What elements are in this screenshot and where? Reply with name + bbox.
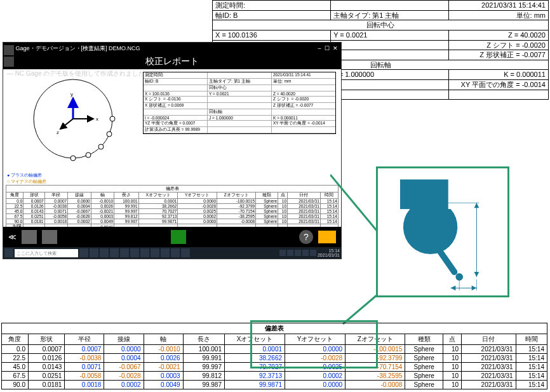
info-cell xyxy=(449,90,548,100)
tray-date: 2021/03/31 xyxy=(318,253,340,257)
mini-table-cell: 99.9871 xyxy=(138,219,178,224)
svg-point-9 xyxy=(98,144,104,149)
mini-table-cell: 0.0004 xyxy=(68,204,91,209)
dev-table-cell: 99.991 xyxy=(183,354,224,363)
taskbar-app-icon[interactable] xyxy=(79,248,88,257)
maximize-button[interactable]: ☐ xyxy=(324,45,330,51)
app-titlebar: NC Gage・デモバージョン・[検査結果] DEMO.NCG – ☐ ✕ xyxy=(3,43,341,54)
tray-icon[interactable] xyxy=(302,250,309,256)
export-icon[interactable] xyxy=(171,230,186,244)
dev-table-cell: -38.2595 xyxy=(345,372,405,381)
info-cell xyxy=(331,1,449,10)
dev-table-cell: 0.0007 xyxy=(28,345,64,354)
taskbar-app-icon[interactable] xyxy=(100,248,109,257)
mini-info-cell: 軸ID: B xyxy=(144,79,208,84)
mini-table-cell: 0.0126 xyxy=(23,204,44,209)
close-button[interactable]: ✕ xyxy=(332,45,339,51)
mini-table-cell: -0.0058 xyxy=(44,214,67,219)
mini-table-header: 時間 xyxy=(320,193,338,199)
sidebar-icon-1[interactable] xyxy=(4,45,14,55)
taskbar-app-icon[interactable] xyxy=(130,248,139,257)
system-tray[interactable]: 15:14 2021/03/31 xyxy=(279,248,340,257)
mini-table-cell: 0.0071 xyxy=(44,209,67,214)
svg-line-3 xyxy=(60,119,73,129)
dev-table-cell: 2021/03/31 xyxy=(462,363,516,372)
mini-info-cell: 回転軸 xyxy=(208,109,272,115)
table-row: 0.00.00070.00070.0000-0.0010100.0010.000… xyxy=(2,345,547,354)
tray-icon[interactable] xyxy=(310,250,316,256)
taskbar-app-icon[interactable] xyxy=(140,248,149,257)
info-cell xyxy=(331,90,449,100)
taskbar-search[interactable]: ここに入力して検索 xyxy=(15,249,78,257)
taskbar-app-icon[interactable] xyxy=(110,248,119,257)
mini-table-cell: 10 xyxy=(278,209,288,214)
mini-table-cell: -38.2595 xyxy=(217,214,256,219)
next-arrow-icon[interactable] xyxy=(318,231,336,243)
mini-info-panel: 測定時間:2021/03/31 15:14:41軸ID: B主軸タイプ: 第1 … xyxy=(143,72,336,134)
tray-time: 15:14 xyxy=(318,248,340,253)
mini-info-cell xyxy=(208,72,272,78)
taskbar-app-icon[interactable] xyxy=(171,248,180,257)
table-row: 67.50.0251-0.0058-0.00280.000399.81292.3… xyxy=(2,372,547,381)
calibration-chart: x y z xyxy=(22,68,137,170)
mini-info-cell: J = 1.000000 xyxy=(208,116,272,120)
tray-icon[interactable] xyxy=(287,250,293,256)
mini-info-cell: YZ 平面での角度 = 0.0007 xyxy=(144,121,208,126)
mini-table-cell: 15:14 xyxy=(320,209,338,214)
mini-table-cell: -0.0021 xyxy=(91,209,114,214)
dev-table-cell: 99.997 xyxy=(183,363,224,372)
window-buttons[interactable]: – ☐ ✕ xyxy=(316,45,339,51)
mini-table-cell: 0.0007 xyxy=(23,199,44,204)
mini-table-cell: -0.0028 xyxy=(68,214,91,219)
dev-table-cell: 10 xyxy=(443,354,462,363)
dev-table-cell: Sphere xyxy=(405,363,443,372)
dev-table-header: Yオフセット xyxy=(285,334,345,345)
dev-table-cell: Sphere xyxy=(405,354,443,363)
print-icon[interactable] xyxy=(22,230,37,244)
printer2-icon[interactable] xyxy=(42,230,57,244)
sidebar xyxy=(3,44,15,69)
mini-table-cell: Sphere xyxy=(256,219,278,224)
mini-table-header: 形状 xyxy=(23,193,44,199)
taskbar-app-icon[interactable] xyxy=(90,248,98,257)
info-cell: Y = 0.0021 xyxy=(331,30,449,40)
mini-table-cell: 0.0007 xyxy=(44,199,67,204)
dev-table-cell: 38.2662 xyxy=(225,354,285,363)
dev-table-cell: 15:14 xyxy=(516,372,547,381)
dev-table-header: 角度 xyxy=(2,334,29,345)
start-button[interactable] xyxy=(4,248,13,257)
mini-table-cell: 90.0 xyxy=(6,219,23,224)
mini-info-cell: 主軸タイプ: 第1 主軸 xyxy=(208,79,272,84)
table-row: 45.00.01430.0071-0.0067-0.002199.99770.7… xyxy=(2,363,547,372)
taskbar-app-icon[interactable] xyxy=(151,248,159,257)
help-icon[interactable]: ? xyxy=(299,230,313,244)
mini-info-cell: 測定時間: xyxy=(144,72,208,78)
sidebar-icon-2[interactable] xyxy=(4,57,14,67)
mini-table-cell: 45.0 xyxy=(6,209,23,214)
mini-info-cell xyxy=(144,109,208,115)
toolbar-prev[interactable]: ≪ xyxy=(8,233,17,241)
dev-table-cell: 100.001 xyxy=(183,345,224,354)
mini-info-cell xyxy=(272,109,335,115)
info-section-title: 回転中心 xyxy=(213,20,548,30)
tray-icon[interactable] xyxy=(295,250,301,256)
dev-table-cell: 0.0071 xyxy=(65,363,104,372)
minimize-button[interactable]: – xyxy=(316,45,323,51)
taskbar-app-icon[interactable] xyxy=(181,248,190,257)
mini-table-cell: 0.0002 xyxy=(68,219,91,224)
taskbar-app-icon[interactable] xyxy=(120,248,129,257)
mini-info-cell: I = -0.000024 xyxy=(144,116,208,120)
mini-info-cell: X 形状補正 = 0.0069 xyxy=(144,103,208,109)
dev-table-cell: Sphere xyxy=(405,345,443,354)
dev-table-cell: 2021/03/31 xyxy=(462,372,516,381)
taskbar-app-icon[interactable] xyxy=(161,248,170,257)
dev-table-header: 接線 xyxy=(104,334,144,345)
dev-table-cell: -0.0010 xyxy=(144,345,183,354)
tray-icon[interactable] xyxy=(279,250,286,256)
dev-table-cell: -0.0028 xyxy=(285,354,345,363)
dev-table-cell: -0.0028 xyxy=(104,372,144,381)
dev-table-cell: Sphere xyxy=(405,372,443,381)
table-row: 22.50.0126-0.00380.00040.002699.99138.26… xyxy=(2,354,547,363)
mini-info-cell: 計算済みの工具長 = 99.9989 xyxy=(144,127,208,133)
dev-table-cell: -92.3799 xyxy=(345,354,405,363)
